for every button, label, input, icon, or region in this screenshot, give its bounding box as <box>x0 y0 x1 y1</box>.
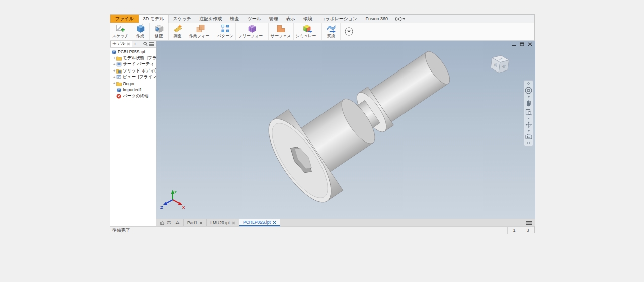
pattern-icon <box>220 23 231 34</box>
file-menu-button[interactable]: ファイル <box>110 15 139 23</box>
viewcube-front-label[interactable]: 前 <box>494 63 498 67</box>
model-panel-tab[interactable]: モデル <box>110 41 132 47</box>
ribbon-collapse-button[interactable] <box>341 23 357 40</box>
view-icon <box>116 75 122 80</box>
tree-item-solid-bodies[interactable]: + ソリッド ボディ(1) <box>110 68 156 75</box>
doc-tab-pcrlp05s-active[interactable]: PCRLP05S.ipt <box>239 219 280 226</box>
close-tab-icon[interactable] <box>273 221 276 224</box>
home-icon <box>160 221 165 225</box>
close-icon[interactable] <box>528 42 532 46</box>
work-features-icon <box>195 23 206 34</box>
ribbon-tab-bar: ファイル 3D モデル スケッチ 注記を作成 検査 ツール 管理 表示 環境 コ… <box>110 15 534 23</box>
folder-icon <box>116 81 122 86</box>
search-icon[interactable] <box>143 42 148 46</box>
expander-icon[interactable]: + <box>112 56 116 60</box>
close-tab-icon[interactable] <box>232 221 235 225</box>
folder-icon <box>116 56 122 61</box>
ribbon-toolbar: スケッチ 作成 修正 <box>110 23 534 41</box>
orbit-icon[interactable] <box>525 121 532 128</box>
tree-item-model-states[interactable]: + モデル状態: [プライマリ] <box>110 55 156 62</box>
status-counter-2: 3 <box>521 227 534 234</box>
file-menu-label: ファイル <box>115 16 134 22</box>
convert-button[interactable]: 変換 <box>322 23 341 40</box>
tab-list-menu-icon[interactable] <box>523 219 535 226</box>
3d-viewport[interactable]: 上 前 右 <box>156 41 535 219</box>
tree-item-third-party[interactable]: + サード パーティ <box>110 61 156 68</box>
home-tab[interactable]: ホーム <box>156 219 184 226</box>
part-document-icon <box>111 49 117 54</box>
look-at-icon[interactable] <box>525 134 532 139</box>
tree-item-end-of-part[interactable]: パーツの終端 <box>110 93 156 100</box>
tab-inspect[interactable]: 検査 <box>226 15 244 23</box>
freeform-button[interactable]: フリーフォー... <box>236 23 268 40</box>
expander-icon[interactable]: + <box>112 62 116 67</box>
sketch-icon <box>115 23 126 34</box>
solid-bodies-icon <box>116 68 122 74</box>
model-tree: PCRLP05S.ipt + モデル状態: [プライマリ] + サード パーティ… <box>110 48 156 99</box>
panel-menu-icon[interactable] <box>149 42 154 46</box>
tab-tools[interactable]: ツール <box>244 15 265 23</box>
tab-sketch[interactable]: スケッチ <box>169 15 195 23</box>
close-panel-icon[interactable] <box>127 42 130 46</box>
axis-y-label: Y <box>174 190 177 194</box>
tree-item-root-part[interactable]: PCRLP05S.ipt <box>110 49 156 55</box>
end-of-part-icon <box>116 94 122 99</box>
axis-x-label: X <box>182 205 185 209</box>
close-tab-icon[interactable] <box>199 221 203 225</box>
status-message: 準備完了 <box>110 227 507 234</box>
axes-indicator: Y X Z <box>160 188 186 209</box>
modify-button[interactable]: 修正 <box>150 23 169 40</box>
tree-item-imported1[interactable]: Imported1 <box>110 87 156 93</box>
simulation-icon <box>302 23 313 34</box>
modify-icon <box>153 23 165 34</box>
surface-button[interactable]: サーフェス <box>269 23 294 40</box>
simulation-button[interactable]: シミュレー... <box>294 23 322 40</box>
doc-tab-part1[interactable]: Part1 <box>184 219 207 226</box>
create-button[interactable]: 作成 <box>131 23 150 40</box>
tab-environments[interactable]: 環境 <box>299 15 316 23</box>
pan-icon[interactable] <box>525 100 532 107</box>
tab-3d-model[interactable]: 3D モデル <box>139 15 169 23</box>
navbar-caret-icon[interactable] <box>528 130 530 132</box>
navbar-bottom-dot-icon[interactable] <box>527 142 530 144</box>
create-icon <box>135 23 146 34</box>
expander-icon[interactable]: + <box>112 81 116 86</box>
tab-collaborate[interactable]: コラボレーション <box>316 15 361 23</box>
viewcube-top-label[interactable]: 上 <box>499 57 503 61</box>
tree-item-origin[interactable]: + Origin <box>110 81 156 87</box>
navbar-caret-icon[interactable] <box>528 96 530 98</box>
expander-icon[interactable]: + <box>112 68 116 73</box>
freeform-icon <box>247 23 258 34</box>
view-cube[interactable]: 上 前 右 <box>486 52 513 79</box>
document-window-controls <box>512 42 532 46</box>
tab-view[interactable]: 表示 <box>282 15 299 23</box>
imported-part-icon <box>116 87 122 92</box>
inspect-icon <box>172 23 183 34</box>
navbar-top-dot-icon[interactable] <box>527 82 530 85</box>
part-model[interactable] <box>156 41 535 219</box>
doc-tab-lmu20[interactable]: LMU20.ipt <box>207 219 239 226</box>
navigation-wheel-icon[interactable] <box>525 87 532 94</box>
pattern-button[interactable]: パターン <box>215 23 236 40</box>
inventor-app-window: ファイル 3D モデル スケッチ 注記を作成 検査 ツール 管理 表示 環境 コ… <box>110 14 535 233</box>
chevron-down-circle-icon <box>345 27 353 36</box>
zoom-icon[interactable] <box>525 109 532 116</box>
restore-icon[interactable] <box>520 42 524 46</box>
model-browser-panel: モデル + PCRLP05S.ipt + <box>110 41 156 226</box>
third-party-icon <box>116 62 122 67</box>
work-features-button[interactable]: 作業フィー... <box>187 23 215 40</box>
axis-z-label: Z <box>160 205 163 209</box>
expander-icon[interactable]: + <box>112 75 116 80</box>
tab-manage[interactable]: 管理 <box>265 15 282 23</box>
navbar-caret-icon[interactable] <box>528 118 530 119</box>
tab-fusion-360[interactable]: Fusion 360 <box>361 15 392 23</box>
convert-icon <box>326 23 337 34</box>
tree-item-view-primary[interactable]: + ビュー: [プライマリ] <box>110 74 156 81</box>
inspect-button[interactable]: 調査 <box>169 23 187 40</box>
sketch-button[interactable]: スケッチ <box>110 23 131 40</box>
add-panel-button[interactable]: + <box>134 42 136 47</box>
tab-annotate[interactable]: 注記を作成 <box>195 15 226 23</box>
minimize-icon[interactable] <box>512 42 516 46</box>
ribbon-appearance-icon[interactable] <box>395 15 405 23</box>
model-panel-title: モデル <box>112 41 125 47</box>
